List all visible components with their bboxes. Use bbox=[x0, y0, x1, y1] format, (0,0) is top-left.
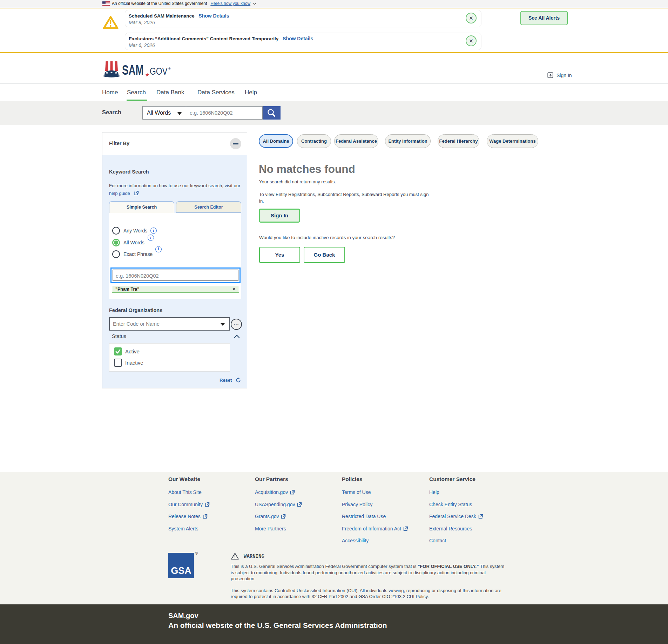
svg-text:®: ® bbox=[168, 67, 171, 70]
svg-text:GOV: GOV bbox=[150, 65, 168, 77]
svg-text:SAM: SAM bbox=[122, 62, 144, 77]
